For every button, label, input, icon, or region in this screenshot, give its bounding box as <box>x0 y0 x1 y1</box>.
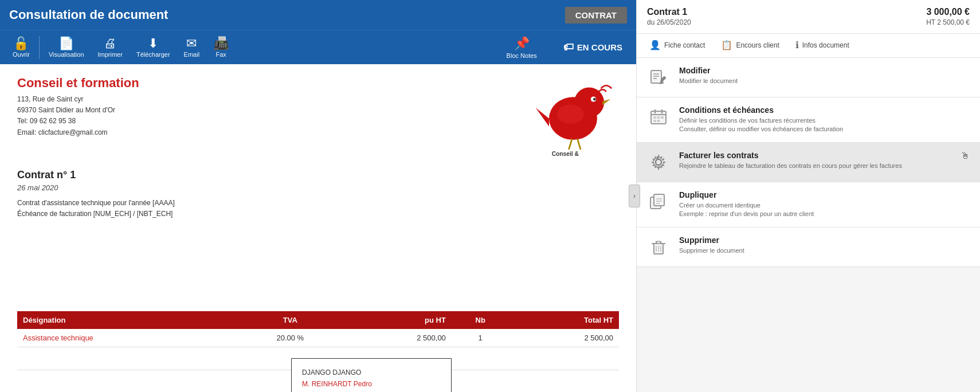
cell-pu-ht: 2 500,00 <box>343 329 452 347</box>
company-info: 113, Rue de Saint cyr 69370 Saint Didier… <box>17 94 139 138</box>
address-line2: 69370 Saint Didier au Mont d'Or <box>17 105 139 116</box>
toolbar-fax[interactable]: 📠 Fax <box>206 35 236 60</box>
doc-body: Contrat n° 1 26 mai 2020 Contrat d'assis… <box>17 169 619 370</box>
company-name: Conseil et formation <box>17 76 139 91</box>
person-icon: 👤 <box>649 40 661 50</box>
supprimer-icon-wrap <box>647 236 670 258</box>
dupliquer-desc2: Exemple : reprise d'un devis pour un aut… <box>679 210 970 218</box>
right-nav: 👤 Fiche contact 📋 Encours client ℹ Infos… <box>637 34 980 58</box>
contrat-badge: CONTRAT <box>565 7 627 23</box>
cell-nb: 1 <box>452 329 509 347</box>
col-tva: TVA <box>238 311 342 329</box>
action-dupliquer[interactable]: Dupliquer Créer un document identique Ex… <box>637 182 980 228</box>
ledger-icon: 📋 <box>721 40 732 50</box>
status-badge[interactable]: 🏷 EN COURS <box>555 38 630 57</box>
supprimer-desc: Supprimer le document <box>679 246 970 255</box>
client-box: DJANGO DJANGO M. REINHARDT Pedro Rocade … <box>291 358 452 392</box>
modifier-desc: Modifier le document <box>679 77 970 85</box>
toolbar-email[interactable]: ✉ Email <box>177 35 207 60</box>
lock-open-icon: 🔓 <box>13 37 29 50</box>
document-area: Conseil et formation 113, Rue de Saint c… <box>0 64 636 392</box>
toolbar-imprimer[interactable]: 🖨 Imprimer <box>91 35 130 60</box>
action-conditions[interactable]: Conditions et échéances Définir les cond… <box>637 97 980 143</box>
toolbar-telecharger[interactable]: ⬇ Télécharger <box>130 35 177 60</box>
supprimer-title: Supprimer <box>679 236 970 245</box>
pin-icon: 📌 <box>514 36 530 51</box>
calendar-icon <box>649 108 668 126</box>
page-title: Consultation de document <box>9 7 565 22</box>
contract-desc: Contrat d'assistance technique pour l'an… <box>17 198 619 219</box>
right-header: Contrat 1 du 26/05/2020 3 000,00 € HT 2 … <box>637 0 980 34</box>
toolbar-bloc-notes[interactable]: 📌 Bloc Notes <box>500 34 544 61</box>
status-label: EN COURS <box>577 42 622 52</box>
facturer-text: Facturer les contrats Rejoindre le table… <box>679 151 951 170</box>
client-name2: M. REINHARDT Pedro <box>302 378 441 390</box>
bloc-notes-label: Bloc Notes <box>507 52 537 59</box>
svg-text:Conseil &: Conseil & <box>552 151 579 156</box>
dupliquer-desc1: Créer un document identique <box>679 201 970 210</box>
svg-marker-5 <box>536 108 549 127</box>
facturer-icon-wrap <box>647 151 670 174</box>
contract-desc-line1: Contrat d'assistance technique pour l'an… <box>17 198 619 209</box>
conditions-desc2: Consulter, définir ou modifier vos échéa… <box>679 125 970 134</box>
modifier-icon-wrap <box>647 66 670 89</box>
right-header-left: Contrat 1 du 26/05/2020 <box>647 7 691 26</box>
toolbar: 🔓 Ouvrir 📄 Visualisation 🖨 Imprimer ⬇ Té… <box>0 30 636 64</box>
cursor-indicator: 🖱 <box>961 151 970 161</box>
company-logo: Conseil & Formation <box>527 76 619 156</box>
cell-total-ht: 2 500,00 <box>509 329 619 347</box>
svg-rect-22 <box>653 120 656 122</box>
contract-ref: Contrat 1 <box>647 7 691 17</box>
nav-infos-label: Infos document <box>802 41 849 49</box>
toolbar-ouvrir[interactable]: 🔓 Ouvrir <box>6 35 37 60</box>
action-facturer[interactable]: Facturer les contrats Rejoindre le table… <box>637 143 980 182</box>
svg-rect-19 <box>653 116 656 119</box>
svg-rect-11 <box>651 70 661 83</box>
nav-fiche-contact[interactable]: 👤 Fiche contact <box>641 34 713 57</box>
email-icon: ✉ <box>186 37 197 50</box>
toolbar-sep-1 <box>39 36 40 59</box>
col-nb: Nb <box>452 311 509 329</box>
col-designation: Désignation <box>17 311 238 329</box>
trash-icon <box>649 238 668 256</box>
facturer-title: Facturer les contrats <box>679 151 951 160</box>
logo-area: Conseil & Formation <box>527 76 619 158</box>
action-supprimer[interactable]: Supprimer Supprimer le document <box>637 228 980 267</box>
address-line1: 113, Rue de Saint cyr <box>17 94 139 105</box>
action-modifier[interactable]: Modifier Modifier le document <box>637 58 980 97</box>
company-info-block: Conseil et formation 113, Rue de Saint c… <box>17 76 139 138</box>
toolbar-imprimer-label: Imprimer <box>98 51 123 58</box>
email-info: Email: clicfacture@gmail.com <box>17 127 139 138</box>
supprimer-text: Supprimer Supprimer le document <box>679 236 970 255</box>
collapse-button[interactable]: › <box>629 185 640 207</box>
dupliquer-icon-wrap <box>647 190 670 213</box>
toolbar-fax-label: Fax <box>215 51 226 58</box>
right-contract-date: du 26/05/2020 <box>647 18 691 26</box>
doc-header: Conseil et formation 113, Rue de Saint c… <box>17 76 619 158</box>
modifier-text: Modifier Modifier le document <box>679 66 970 85</box>
contract-title: Contrat n° 1 <box>17 169 619 181</box>
modifier-title: Modifier <box>679 66 970 75</box>
left-panel: Consultation de document CONTRAT 🔓 Ouvri… <box>0 0 636 392</box>
col-pu-ht: pu HT <box>343 311 452 329</box>
facturer-desc: Rejoindre le tableau de facturation des … <box>679 162 951 170</box>
svg-rect-23 <box>657 120 660 122</box>
toolbar-visualisation[interactable]: 📄 Visualisation <box>42 35 91 60</box>
col-total-ht: Total HT <box>509 311 619 329</box>
top-bar: Consultation de document CONTRAT <box>0 0 636 30</box>
nav-encours-client[interactable]: 📋 Encours client <box>713 34 787 57</box>
info-icon: ℹ <box>795 40 799 50</box>
phone: Tel: 09 62 62 95 38 <box>17 116 139 127</box>
right-panel: › Contrat 1 du 26/05/2020 3 000,00 € HT … <box>636 0 980 392</box>
toolbar-email-label: Email <box>184 51 200 58</box>
svg-point-4 <box>593 98 596 101</box>
print-icon: 🖨 <box>104 37 116 50</box>
fax-icon: 📠 <box>213 37 229 50</box>
gear-icon <box>649 153 668 171</box>
table-row: Assistance technique 20.00 % 2 500,00 1 … <box>17 329 619 347</box>
client-name1: DJANGO DJANGO <box>302 367 441 378</box>
svg-line-8 <box>577 139 581 150</box>
nav-infos-document[interactable]: ℹ Infos document <box>787 34 857 57</box>
download-icon: ⬇ <box>148 37 158 50</box>
svg-rect-21 <box>661 116 664 119</box>
